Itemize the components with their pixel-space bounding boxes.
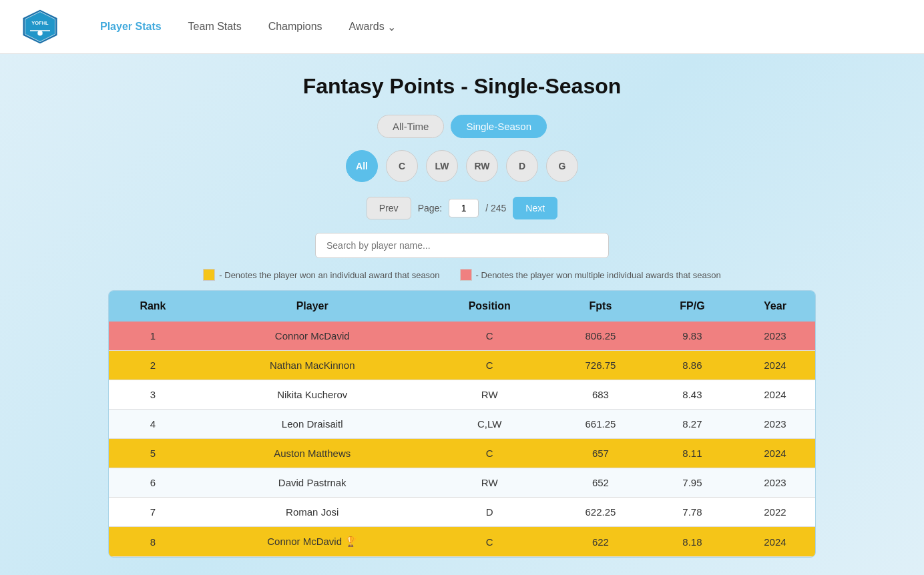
- cell-year: 2022: [735, 498, 815, 527]
- cell-player: Leon Draisaitl: [197, 410, 428, 439]
- cell-player: Roman Josi: [197, 498, 428, 527]
- cell-fpg: 8.18: [650, 527, 735, 557]
- cell-rank: 8: [109, 527, 197, 557]
- legend-multiple: - Denotes the player won multiple indivi…: [460, 269, 721, 281]
- legend-single: - Denotes the player won an individual a…: [203, 269, 439, 281]
- cell-fpts: 652: [551, 468, 650, 498]
- cell-position: C: [428, 527, 551, 557]
- page-title: Fantasy Points - Single-Season: [108, 74, 816, 99]
- cell-player: Auston Matthews: [197, 439, 428, 468]
- pos-btn-g[interactable]: G: [546, 150, 578, 182]
- stats-table: Rank Player Position Fpts FP/G Year 1 Co…: [109, 291, 815, 557]
- col-rank: Rank: [109, 291, 197, 322]
- col-position: Position: [428, 291, 551, 322]
- table-body: 1 Connor McDavid C 806.25 9.83 2023 2 Na…: [109, 322, 815, 557]
- nav-team-stats[interactable]: Team Stats: [188, 21, 242, 33]
- cell-fpts: 622: [551, 527, 650, 557]
- cell-player: Nathan MacKinnon: [197, 351, 428, 380]
- cell-year: 2023: [735, 468, 815, 498]
- cell-rank: 1: [109, 322, 197, 351]
- prev-button[interactable]: Prev: [367, 197, 411, 219]
- nav-player-stats[interactable]: Player Stats: [100, 21, 162, 33]
- next-button[interactable]: Next: [513, 197, 557, 219]
- cell-position: RW: [428, 380, 551, 410]
- pagination: Prev Page: / 245 Next: [108, 197, 816, 219]
- cell-position: C: [428, 439, 551, 468]
- chevron-down-icon: ⌄: [387, 21, 396, 33]
- table-header: Rank Player Position Fpts FP/G Year: [109, 291, 815, 322]
- page-label: Page:: [418, 203, 443, 213]
- logo[interactable]: YOFHL: [20, 7, 60, 47]
- table-row: 8 Connor McDavid 🏆 C 622 8.18 2024: [109, 527, 815, 557]
- cell-player: David Pastrnak: [197, 468, 428, 498]
- pos-btn-c[interactable]: C: [386, 150, 418, 182]
- cell-position: D: [428, 498, 551, 527]
- pos-btn-rw[interactable]: RW: [466, 150, 498, 182]
- cell-fpts: 806.25: [551, 322, 650, 351]
- cell-year: 2024: [735, 380, 815, 410]
- cell-fpg: 8.86: [650, 351, 735, 380]
- table-row: 7 Roman Josi D 622.25 7.78 2022: [109, 498, 815, 527]
- cell-fpts: 622.25: [551, 498, 650, 527]
- col-fpts: Fpts: [551, 291, 650, 322]
- cell-fpg: 7.78: [650, 498, 735, 527]
- cell-rank: 7: [109, 498, 197, 527]
- cell-fpts: 657: [551, 439, 650, 468]
- pos-btn-all[interactable]: All: [346, 150, 378, 182]
- cell-position: C,LW: [428, 410, 551, 439]
- cell-rank: 5: [109, 439, 197, 468]
- toggle-alltime[interactable]: All-Time: [377, 115, 444, 138]
- table-row: 1 Connor McDavid C 806.25 9.83 2023: [109, 322, 815, 351]
- main-content: Fantasy Points - Single-Season All-Time …: [95, 54, 829, 575]
- stats-table-wrap: Rank Player Position Fpts FP/G Year 1 Co…: [108, 290, 816, 558]
- cell-player: Nikita Kucherov: [197, 380, 428, 410]
- nav-champions[interactable]: Champions: [268, 21, 322, 33]
- cell-rank: 2: [109, 351, 197, 380]
- cell-position: C: [428, 351, 551, 380]
- cell-fpg: 9.83: [650, 322, 735, 351]
- cell-year: 2023: [735, 322, 815, 351]
- svg-point-4: [37, 31, 43, 36]
- cell-year: 2023: [735, 410, 815, 439]
- legend-pink-box: [460, 269, 472, 281]
- search-wrap: [108, 233, 816, 258]
- cell-position: RW: [428, 468, 551, 498]
- table-row: 2 Nathan MacKinnon C 726.75 8.86 2024: [109, 351, 815, 380]
- pos-btn-lw[interactable]: LW: [426, 150, 458, 182]
- cell-fpts: 726.75: [551, 351, 650, 380]
- table-row: 3 Nikita Kucherov RW 683 8.43 2024: [109, 380, 815, 410]
- time-toggle-group: All-Time Single-Season: [108, 115, 816, 138]
- legend-yellow-box: [203, 269, 215, 281]
- legend: - Denotes the player won an individual a…: [108, 269, 816, 281]
- legend-multiple-label: - Denotes the player won multiple indivi…: [476, 270, 721, 280]
- cell-fpg: 8.27: [650, 410, 735, 439]
- legend-single-label: - Denotes the player won an individual a…: [219, 270, 439, 280]
- cell-rank: 3: [109, 380, 197, 410]
- svg-text:YOFHL: YOFHL: [31, 20, 49, 26]
- search-input[interactable]: [315, 233, 609, 258]
- position-filter-group: All C LW RW D G: [108, 150, 816, 182]
- table-row: 5 Auston Matthews C 657 8.11 2024: [109, 439, 815, 468]
- cell-fpts: 661.25: [551, 410, 650, 439]
- table-row: 4 Leon Draisaitl C,LW 661.25 8.27 2023: [109, 410, 815, 439]
- nav-awards[interactable]: Awards ⌄: [349, 21, 396, 33]
- cell-player: Connor McDavid 🏆: [197, 527, 428, 557]
- cell-player: Connor McDavid: [197, 322, 428, 351]
- cell-year: 2024: [735, 439, 815, 468]
- cell-rank: 4: [109, 410, 197, 439]
- table-row: 6 David Pastrnak RW 652 7.95 2023: [109, 468, 815, 498]
- toggle-singleseason[interactable]: Single-Season: [451, 115, 547, 138]
- cell-year: 2024: [735, 527, 815, 557]
- trophy-icon: 🏆: [344, 536, 357, 547]
- cell-fpts: 683: [551, 380, 650, 410]
- cell-fpg: 8.11: [650, 439, 735, 468]
- cell-fpg: 8.43: [650, 380, 735, 410]
- nav-links: Player Stats Team Stats Champions Awards…: [100, 21, 396, 33]
- cell-year: 2024: [735, 351, 815, 380]
- pos-btn-d[interactable]: D: [506, 150, 538, 182]
- navbar: YOFHL Player Stats Team Stats Champions …: [0, 0, 924, 54]
- page-input[interactable]: [449, 199, 479, 217]
- col-year: Year: [735, 291, 815, 322]
- cell-rank: 6: [109, 468, 197, 498]
- cell-fpg: 7.95: [650, 468, 735, 498]
